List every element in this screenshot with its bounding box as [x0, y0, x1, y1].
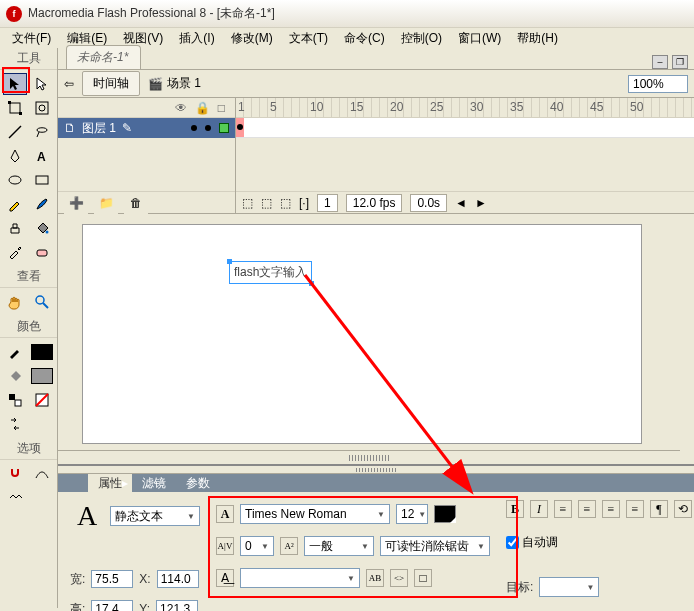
stage[interactable]: flash文字输入 — [82, 224, 642, 444]
selection-tool[interactable] — [3, 73, 27, 95]
oval-tool[interactable] — [3, 169, 27, 191]
align-center-btn[interactable]: ≡ — [578, 500, 596, 518]
outline-icon[interactable]: □ — [218, 101, 225, 115]
svg-point-4 — [39, 105, 45, 111]
ruler-tick: 35 — [510, 100, 523, 114]
ruler-tick: 25 — [430, 100, 443, 114]
stroke-color-icon — [3, 341, 27, 363]
black-white-btn[interactable] — [3, 389, 27, 411]
pen-tool[interactable] — [3, 145, 27, 167]
hand-tool[interactable] — [3, 291, 27, 313]
menu-modify[interactable]: 修改(M) — [223, 28, 281, 49]
menu-control[interactable]: 控制(O) — [393, 28, 450, 49]
y-label: Y: — [139, 602, 150, 611]
panel-grip[interactable] — [58, 466, 694, 474]
zoom-tool[interactable] — [30, 291, 54, 313]
tools-panel: 工具 A 查看 颜色 选项 — [0, 48, 58, 608]
panel-collapse-icon[interactable]: ▸ — [122, 476, 128, 490]
lock-icon[interactable]: 🔒 — [195, 101, 210, 115]
svg-rect-8 — [36, 176, 48, 184]
frame-track[interactable] — [236, 118, 694, 138]
line-tool[interactable] — [3, 121, 27, 143]
svg-line-5 — [9, 126, 21, 138]
text-color[interactable] — [434, 505, 456, 523]
gradient-transform-tool[interactable] — [30, 97, 54, 119]
text-type-dropdown[interactable]: 静态文本▼ — [110, 506, 200, 526]
eraser-tool[interactable] — [30, 241, 54, 263]
app-title: Macromedia Flash Professional 8 - [未命名-1… — [28, 5, 275, 22]
align-justify-btn[interactable]: ≡ — [626, 500, 644, 518]
ruler-tick: 5 — [270, 100, 277, 114]
menu-window[interactable]: 窗口(W) — [450, 28, 509, 49]
align-left-btn[interactable]: ≡ — [554, 500, 572, 518]
frames-scroll-left[interactable]: ◄ — [455, 196, 467, 210]
layer-type-icon: 🗋 — [64, 121, 76, 135]
smooth-option[interactable] — [30, 463, 54, 485]
red-annotation-box — [208, 496, 518, 598]
title-bar: f Macromedia Flash Professional 8 - [未命名… — [0, 0, 694, 28]
text-object[interactable]: flash文字输入 — [229, 261, 312, 284]
target-dropdown[interactable]: ▼ — [539, 577, 599, 597]
width-input[interactable] — [91, 570, 133, 588]
keyframe-1[interactable] — [237, 124, 243, 130]
stage-area: flash文字输入 — [58, 214, 694, 464]
orientation-btn[interactable]: ⟲ — [674, 500, 692, 518]
subselection-tool[interactable] — [30, 73, 54, 95]
scene-name: 场景 1 — [167, 75, 201, 92]
x-input[interactable] — [157, 570, 199, 588]
menu-insert[interactable]: 插入(I) — [171, 28, 222, 49]
paragraph-btn[interactable]: ¶ — [650, 500, 668, 518]
snap-option[interactable] — [3, 463, 27, 485]
onion-markers-btn[interactable]: [·] — [299, 196, 309, 210]
eye-icon[interactable]: 👁 — [175, 101, 187, 115]
ruler-tick: 50 — [630, 100, 643, 114]
ruler-tick: 1 — [238, 100, 245, 114]
timeline-collapse-icon[interactable]: ⇦ — [64, 77, 74, 91]
tab-filters[interactable]: 滤镜 — [132, 473, 176, 494]
add-layer-btn[interactable]: ➕ — [64, 192, 88, 214]
brush-tool[interactable] — [30, 193, 54, 215]
italic-btn[interactable]: I — [530, 500, 548, 518]
paint-bucket-tool[interactable] — [30, 217, 54, 239]
onion-skin-btn[interactable]: ⬚ — [242, 196, 253, 210]
stroke-color[interactable] — [30, 341, 54, 363]
align-right-btn[interactable]: ≡ — [602, 500, 620, 518]
menu-help[interactable]: 帮助(H) — [509, 28, 566, 49]
ruler-tick: 30 — [470, 100, 483, 114]
zoom-input[interactable]: 100% — [628, 75, 688, 93]
ink-bottle-tool[interactable] — [3, 217, 27, 239]
free-transform-tool[interactable] — [3, 97, 27, 119]
onion-outline-btn[interactable]: ⬚ — [261, 196, 272, 210]
no-color-btn[interactable] — [30, 389, 54, 411]
edit-multiple-btn[interactable]: ⬚ — [280, 196, 291, 210]
elapsed-display: 0.0s — [410, 194, 447, 212]
y-input[interactable] — [156, 600, 198, 611]
doc-restore-btn[interactable]: ❐ — [672, 55, 688, 69]
menu-file[interactable]: 文件(F) — [4, 28, 59, 49]
document-tabs: 未命名-1* – ❐ — [58, 48, 694, 70]
frame-ruler[interactable]: 1 5 10 15 20 25 30 35 40 45 50 — [236, 98, 694, 118]
document-tab[interactable]: 未命名-1* — [66, 45, 141, 69]
fill-color[interactable] — [30, 365, 54, 387]
tab-params[interactable]: 参数 — [176, 473, 220, 494]
delete-layer-btn[interactable]: 🗑 — [124, 192, 148, 214]
text-tool[interactable]: A — [30, 145, 54, 167]
straighten-option[interactable] — [3, 487, 27, 509]
layer-1[interactable]: 🗋 图层 1 ✎ — [58, 118, 235, 138]
pencil-tool[interactable] — [3, 193, 27, 215]
scene-label[interactable]: 🎬 场景 1 — [148, 75, 201, 92]
stage-scrollbar[interactable] — [58, 450, 680, 464]
frames-scroll-right[interactable]: ► — [475, 196, 487, 210]
swap-colors-btn[interactable] — [3, 413, 27, 435]
eyedropper-tool[interactable] — [3, 241, 27, 263]
doc-minimize-btn[interactable]: – — [652, 55, 668, 69]
app-icon: f — [6, 6, 22, 22]
add-guide-btn[interactable]: 📁 — [94, 192, 118, 214]
menu-commands[interactable]: 命令(C) — [336, 28, 393, 49]
rectangle-tool[interactable] — [30, 169, 54, 191]
options-header: 选项 — [0, 438, 57, 460]
menu-text[interactable]: 文本(T) — [281, 28, 336, 49]
height-input[interactable] — [91, 600, 133, 611]
lasso-tool[interactable] — [30, 121, 54, 143]
timeline-button[interactable]: 时间轴 — [82, 71, 140, 96]
